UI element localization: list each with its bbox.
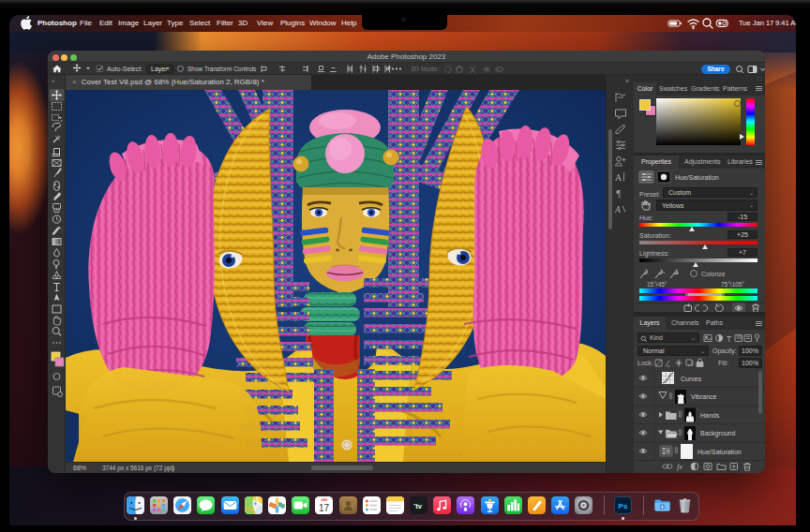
- svg-text:Ps: Ps: [619, 502, 628, 510]
- svg-text:17: 17: [318, 502, 329, 512]
- svg-text:tv: tv: [415, 501, 422, 510]
